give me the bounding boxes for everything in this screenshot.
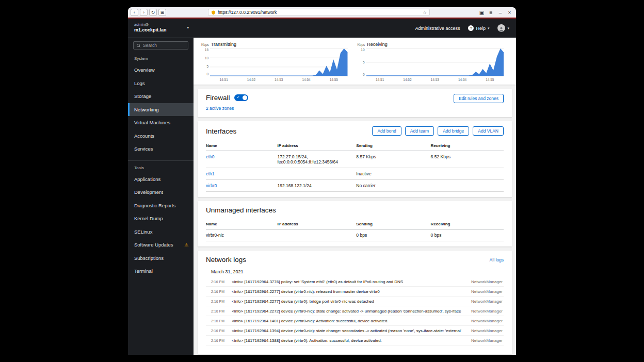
chevron-down-icon: ▾ [187, 26, 189, 30]
site-identity-icon[interactable] [211, 10, 216, 15]
avatar [497, 24, 505, 32]
sidebar-item-software-updates[interactable]: Software Updates ⚠ [128, 238, 194, 252]
sidebar-item-subscriptions[interactable]: Subscriptions [128, 252, 194, 265]
add-team-button[interactable]: Add team [405, 126, 434, 136]
sidebar-item-label: Software Updates [134, 242, 173, 248]
chart-unit: Kbps [358, 43, 365, 46]
session-menu[interactable]: ▾ [497, 24, 509, 32]
check-icon: ✓ [237, 95, 240, 100]
sidebar-item-networking[interactable]: Networking [128, 103, 194, 117]
close-button[interactable]: × [506, 10, 513, 15]
edit-rules-zones-button[interactable]: Edit rules and zones [454, 94, 504, 103]
interface-link-eth0[interactable]: eth0 [206, 154, 277, 159]
host-user-label: admin@ m1.cockpit.lan [134, 22, 167, 33]
x-axis: 14:5114:52 14:5314:54 14:55 [210, 76, 348, 83]
back-button[interactable]: ‹ [131, 9, 138, 16]
table-row: eth1 Inactive [206, 168, 504, 180]
administrative-access-button[interactable]: Administrative access [415, 26, 460, 31]
sidebar-item-terminal[interactable]: Terminal [128, 265, 194, 278]
all-logs-link[interactable]: All logs [490, 257, 504, 262]
unmanaged-title: Unmanaged interfaces [206, 206, 276, 214]
sidebar-item-diagnostic-reports[interactable]: Diagnostic Reports [128, 199, 194, 212]
warning-icon: ⚠ [184, 242, 188, 248]
firewall-toggle[interactable]: ✓ [234, 94, 248, 101]
search-input[interactable] [143, 43, 185, 48]
help-label: Help [476, 26, 486, 31]
chart-plot [366, 48, 504, 76]
sidebar-item-development[interactable]: Development [128, 186, 194, 199]
sidebar-item-kernel-dump[interactable]: Kernel Dump [128, 212, 194, 225]
table-row: virbr0 192.168.122.1/24 No carrier [206, 180, 504, 192]
browser-window: ‹ › ↻ ⊞ https://127.0.0.2:9091/network ☆… [128, 7, 516, 355]
receiving-chart: Kbps Receiving 105 0 [355, 42, 511, 83]
log-entry[interactable]: 2:16 PM <info> [1617192964.1401] device … [206, 316, 504, 326]
active-zones-link[interactable]: 2 active zones [206, 106, 234, 111]
reload-button[interactable]: ↻ [149, 9, 157, 16]
y-axis: 1510 50 [201, 48, 210, 76]
log-entry[interactable]: 2:16 PM <info> [1617192964.2272] device … [206, 306, 504, 316]
url-bar[interactable]: https://127.0.0.2:9091/network ☆ [208, 9, 430, 16]
page-content: Kbps Transmitting 1510 50 [194, 38, 516, 355]
help-menu[interactable]: ? Help ▾ [468, 25, 489, 31]
cockpit-app: admin@ m1.cockpit.lan ▾ System Overview … [128, 19, 516, 355]
x-axis: 14:5114:52 14:5314:54 14:55 [366, 76, 504, 83]
chart-title: Receiving [367, 42, 388, 47]
log-entry[interactable]: 2:16 PM <info> [1617192964.2277] device … [206, 287, 504, 297]
traffic-charts-card: Kbps Transmitting 1510 50 [194, 38, 516, 85]
sidebar-item-storage[interactable]: Storage [128, 90, 194, 103]
minimize-button[interactable]: – [496, 10, 504, 15]
nav-section-system: System [128, 52, 194, 63]
firewall-title: Firewall [206, 94, 230, 102]
chevron-down-icon: ▾ [507, 26, 509, 30]
add-bridge-button[interactable]: Add bridge [438, 126, 469, 136]
add-vlan-button[interactable]: Add VLAN [473, 126, 504, 136]
open-page-button[interactable]: ⊞ [158, 9, 166, 16]
interfaces-title: Interfaces [206, 127, 236, 135]
menu-icon[interactable]: ≡ [487, 10, 495, 15]
forward-button[interactable]: › [140, 9, 148, 16]
sidebar-item-accounts[interactable]: Accounts [128, 129, 194, 143]
unmanaged-interfaces-card: Unmanaged interfaces NameIP address Send… [198, 201, 512, 246]
log-entry[interactable]: 2:16 PM <info> [1617192964.1394] device … [206, 326, 504, 336]
sidebar-item-services[interactable]: Services [128, 142, 194, 156]
host-user-menu[interactable]: admin@ m1.cockpit.lan ▾ [128, 19, 194, 38]
table-header-row: NameIP address SendingReceiving [206, 219, 504, 229]
log-entry[interactable]: 2:16 PM <info> [1617192964.2277] device … [206, 297, 504, 306]
interface-link-virbr0[interactable]: virbr0 [206, 183, 277, 188]
help-icon: ? [468, 25, 474, 31]
search-icon [136, 43, 141, 48]
sidebar-item-virtual-machines[interactable]: Virtual Machines [128, 116, 194, 129]
chart-title: Transmitting [211, 42, 236, 47]
table-row: eth0 172.27.0.15/24, fec0:0:0:0:5054:ff:… [206, 151, 504, 168]
network-logs-title: Network logs [206, 256, 246, 264]
browser-toolbar: ‹ › ↻ ⊞ https://127.0.0.2:9091/network ☆… [128, 7, 516, 18]
log-date: March 31, 2021 [211, 269, 504, 274]
interface-link-eth1[interactable]: eth1 [206, 171, 277, 176]
user-name: admin@ [134, 22, 167, 27]
extensions-icon[interactable]: ▣ [478, 10, 486, 15]
masthead: Administrative access ? Help ▾ ▾ [194, 19, 516, 38]
bookmark-star-icon[interactable]: ☆ [423, 10, 427, 15]
sidebar-item-applications[interactable]: Applications [128, 173, 194, 186]
sidebar-item-logs[interactable]: Logs [128, 77, 194, 90]
sidebar-item-overview[interactable]: Overview [128, 63, 194, 77]
main-area: Administrative access ? Help ▾ ▾ [194, 19, 516, 355]
sidebar-search [133, 41, 188, 50]
network-logs-card: Network logs All logs March 31, 2021 2:1… [198, 251, 512, 354]
log-entry[interactable]: 2:16 PM <info> [1617192964.3776] policy:… [206, 277, 504, 287]
table-header-row: NameIP address SendingReceiving [206, 141, 504, 151]
host-name: m1.cockpit.lan [134, 27, 167, 34]
chart-unit: Kbps [201, 43, 209, 46]
table-row: virbr0-nic 0 bps 0 bps [206, 229, 504, 241]
url-text: https://127.0.0.2:9091/network [218, 10, 421, 15]
log-entry[interactable]: 2:16 PM <info> [1617192964.1388] device … [206, 336, 504, 345]
y-axis: 105 0 [357, 48, 366, 76]
chart-plot [210, 48, 348, 76]
unmanaged-table: NameIP address SendingReceiving virbr0-n… [206, 219, 504, 241]
sidebar-item-selinux[interactable]: SELinux [128, 225, 194, 239]
toggle-knob [243, 95, 247, 100]
interfaces-actions: Add bond Add team Add bridge Add VLAN [372, 126, 504, 136]
add-bond-button[interactable]: Add bond [372, 126, 401, 136]
firewall-card: Firewall ✓ 2 active zones Edit rules and… [198, 89, 512, 117]
nav-section-tools: Tools [128, 161, 194, 173]
